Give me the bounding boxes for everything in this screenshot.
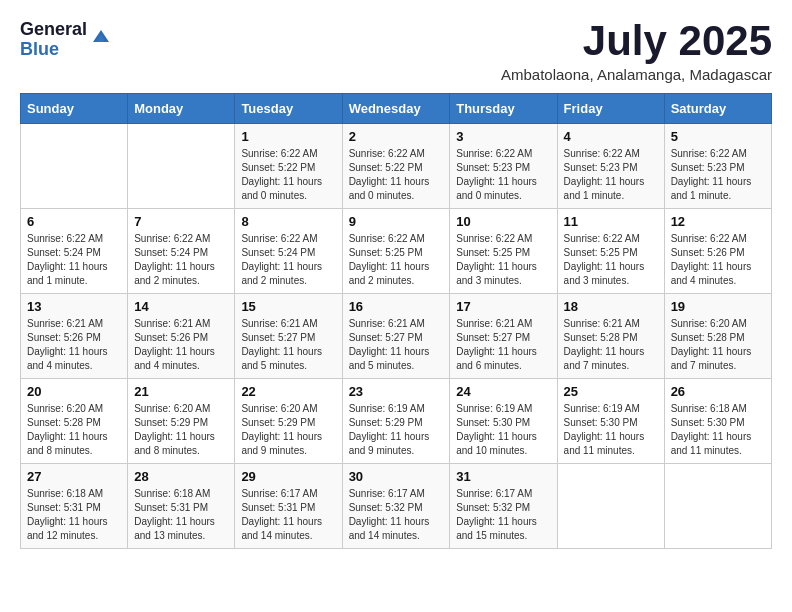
calendar-cell: 29Sunrise: 6:17 AMSunset: 5:31 PMDayligh… <box>235 464 342 549</box>
day-number: 28 <box>134 469 228 484</box>
month-title: July 2025 <box>501 20 772 62</box>
day-number: 18 <box>564 299 658 314</box>
calendar-cell: 16Sunrise: 6:21 AMSunset: 5:27 PMDayligh… <box>342 294 450 379</box>
day-number: 11 <box>564 214 658 229</box>
calendar-header-row: SundayMondayTuesdayWednesdayThursdayFrid… <box>21 94 772 124</box>
day-number: 5 <box>671 129 765 144</box>
day-of-week-header: Friday <box>557 94 664 124</box>
calendar-cell: 10Sunrise: 6:22 AMSunset: 5:25 PMDayligh… <box>450 209 557 294</box>
calendar-cell: 18Sunrise: 6:21 AMSunset: 5:28 PMDayligh… <box>557 294 664 379</box>
cell-info: Sunrise: 6:22 AMSunset: 5:25 PMDaylight:… <box>349 232 444 288</box>
day-number: 8 <box>241 214 335 229</box>
day-number: 10 <box>456 214 550 229</box>
day-of-week-header: Tuesday <box>235 94 342 124</box>
calendar-cell: 3Sunrise: 6:22 AMSunset: 5:23 PMDaylight… <box>450 124 557 209</box>
calendar-cell: 9Sunrise: 6:22 AMSunset: 5:25 PMDaylight… <box>342 209 450 294</box>
logo-icon <box>91 26 111 46</box>
cell-info: Sunrise: 6:22 AMSunset: 5:22 PMDaylight:… <box>349 147 444 203</box>
day-number: 19 <box>671 299 765 314</box>
cell-info: Sunrise: 6:18 AMSunset: 5:30 PMDaylight:… <box>671 402 765 458</box>
day-number: 21 <box>134 384 228 399</box>
day-number: 14 <box>134 299 228 314</box>
cell-info: Sunrise: 6:20 AMSunset: 5:29 PMDaylight:… <box>241 402 335 458</box>
calendar-cell: 28Sunrise: 6:18 AMSunset: 5:31 PMDayligh… <box>128 464 235 549</box>
day-of-week-header: Wednesday <box>342 94 450 124</box>
calendar-cell: 24Sunrise: 6:19 AMSunset: 5:30 PMDayligh… <box>450 379 557 464</box>
calendar-cell <box>664 464 771 549</box>
day-number: 15 <box>241 299 335 314</box>
calendar-cell: 15Sunrise: 6:21 AMSunset: 5:27 PMDayligh… <box>235 294 342 379</box>
day-number: 29 <box>241 469 335 484</box>
calendar-cell: 30Sunrise: 6:17 AMSunset: 5:32 PMDayligh… <box>342 464 450 549</box>
calendar-cell: 25Sunrise: 6:19 AMSunset: 5:30 PMDayligh… <box>557 379 664 464</box>
day-number: 13 <box>27 299 121 314</box>
calendar-week-row: 13Sunrise: 6:21 AMSunset: 5:26 PMDayligh… <box>21 294 772 379</box>
day-number: 4 <box>564 129 658 144</box>
calendar-week-row: 20Sunrise: 6:20 AMSunset: 5:28 PMDayligh… <box>21 379 772 464</box>
calendar-cell: 14Sunrise: 6:21 AMSunset: 5:26 PMDayligh… <box>128 294 235 379</box>
cell-info: Sunrise: 6:20 AMSunset: 5:28 PMDaylight:… <box>27 402 121 458</box>
calendar-cell: 11Sunrise: 6:22 AMSunset: 5:25 PMDayligh… <box>557 209 664 294</box>
calendar-cell: 21Sunrise: 6:20 AMSunset: 5:29 PMDayligh… <box>128 379 235 464</box>
cell-info: Sunrise: 6:20 AMSunset: 5:28 PMDaylight:… <box>671 317 765 373</box>
day-number: 7 <box>134 214 228 229</box>
cell-info: Sunrise: 6:17 AMSunset: 5:32 PMDaylight:… <box>349 487 444 543</box>
cell-info: Sunrise: 6:22 AMSunset: 5:22 PMDaylight:… <box>241 147 335 203</box>
cell-info: Sunrise: 6:22 AMSunset: 5:23 PMDaylight:… <box>564 147 658 203</box>
cell-info: Sunrise: 6:22 AMSunset: 5:24 PMDaylight:… <box>134 232 228 288</box>
day-number: 23 <box>349 384 444 399</box>
cell-info: Sunrise: 6:22 AMSunset: 5:25 PMDaylight:… <box>564 232 658 288</box>
cell-info: Sunrise: 6:18 AMSunset: 5:31 PMDaylight:… <box>134 487 228 543</box>
calendar-cell: 2Sunrise: 6:22 AMSunset: 5:22 PMDaylight… <box>342 124 450 209</box>
cell-info: Sunrise: 6:21 AMSunset: 5:27 PMDaylight:… <box>241 317 335 373</box>
calendar-cell <box>128 124 235 209</box>
calendar-week-row: 27Sunrise: 6:18 AMSunset: 5:31 PMDayligh… <box>21 464 772 549</box>
day-number: 6 <box>27 214 121 229</box>
day-number: 12 <box>671 214 765 229</box>
cell-info: Sunrise: 6:22 AMSunset: 5:24 PMDaylight:… <box>27 232 121 288</box>
cell-info: Sunrise: 6:22 AMSunset: 5:23 PMDaylight:… <box>456 147 550 203</box>
day-number: 25 <box>564 384 658 399</box>
calendar-cell: 23Sunrise: 6:19 AMSunset: 5:29 PMDayligh… <box>342 379 450 464</box>
cell-info: Sunrise: 6:21 AMSunset: 5:26 PMDaylight:… <box>134 317 228 373</box>
day-number: 1 <box>241 129 335 144</box>
calendar-cell: 13Sunrise: 6:21 AMSunset: 5:26 PMDayligh… <box>21 294 128 379</box>
calendar-cell: 4Sunrise: 6:22 AMSunset: 5:23 PMDaylight… <box>557 124 664 209</box>
day-of-week-header: Thursday <box>450 94 557 124</box>
cell-info: Sunrise: 6:17 AMSunset: 5:31 PMDaylight:… <box>241 487 335 543</box>
calendar-week-row: 1Sunrise: 6:22 AMSunset: 5:22 PMDaylight… <box>21 124 772 209</box>
calendar-cell: 22Sunrise: 6:20 AMSunset: 5:29 PMDayligh… <box>235 379 342 464</box>
day-number: 16 <box>349 299 444 314</box>
calendar-cell: 5Sunrise: 6:22 AMSunset: 5:23 PMDaylight… <box>664 124 771 209</box>
calendar-cell: 6Sunrise: 6:22 AMSunset: 5:24 PMDaylight… <box>21 209 128 294</box>
cell-info: Sunrise: 6:19 AMSunset: 5:29 PMDaylight:… <box>349 402 444 458</box>
cell-info: Sunrise: 6:22 AMSunset: 5:25 PMDaylight:… <box>456 232 550 288</box>
day-number: 27 <box>27 469 121 484</box>
cell-info: Sunrise: 6:22 AMSunset: 5:24 PMDaylight:… <box>241 232 335 288</box>
calendar-cell <box>557 464 664 549</box>
cell-info: Sunrise: 6:19 AMSunset: 5:30 PMDaylight:… <box>456 402 550 458</box>
day-number: 24 <box>456 384 550 399</box>
calendar-cell: 19Sunrise: 6:20 AMSunset: 5:28 PMDayligh… <box>664 294 771 379</box>
calendar-cell: 8Sunrise: 6:22 AMSunset: 5:24 PMDaylight… <box>235 209 342 294</box>
calendar-cell: 17Sunrise: 6:21 AMSunset: 5:27 PMDayligh… <box>450 294 557 379</box>
day-number: 31 <box>456 469 550 484</box>
cell-info: Sunrise: 6:21 AMSunset: 5:28 PMDaylight:… <box>564 317 658 373</box>
logo-general-text: General <box>20 20 87 40</box>
calendar-cell: 12Sunrise: 6:22 AMSunset: 5:26 PMDayligh… <box>664 209 771 294</box>
page-header: General Blue July 2025 Ambatolaona, Anal… <box>20 20 772 83</box>
cell-info: Sunrise: 6:19 AMSunset: 5:30 PMDaylight:… <box>564 402 658 458</box>
calendar-cell: 26Sunrise: 6:18 AMSunset: 5:30 PMDayligh… <box>664 379 771 464</box>
calendar-cell: 31Sunrise: 6:17 AMSunset: 5:32 PMDayligh… <box>450 464 557 549</box>
calendar-cell: 20Sunrise: 6:20 AMSunset: 5:28 PMDayligh… <box>21 379 128 464</box>
calendar-cell: 27Sunrise: 6:18 AMSunset: 5:31 PMDayligh… <box>21 464 128 549</box>
location: Ambatolaona, Analamanga, Madagascar <box>501 66 772 83</box>
day-of-week-header: Saturday <box>664 94 771 124</box>
day-of-week-header: Sunday <box>21 94 128 124</box>
day-number: 3 <box>456 129 550 144</box>
calendar-cell: 1Sunrise: 6:22 AMSunset: 5:22 PMDaylight… <box>235 124 342 209</box>
title-block: July 2025 Ambatolaona, Analamanga, Madag… <box>501 20 772 83</box>
day-of-week-header: Monday <box>128 94 235 124</box>
cell-info: Sunrise: 6:22 AMSunset: 5:26 PMDaylight:… <box>671 232 765 288</box>
calendar-cell <box>21 124 128 209</box>
